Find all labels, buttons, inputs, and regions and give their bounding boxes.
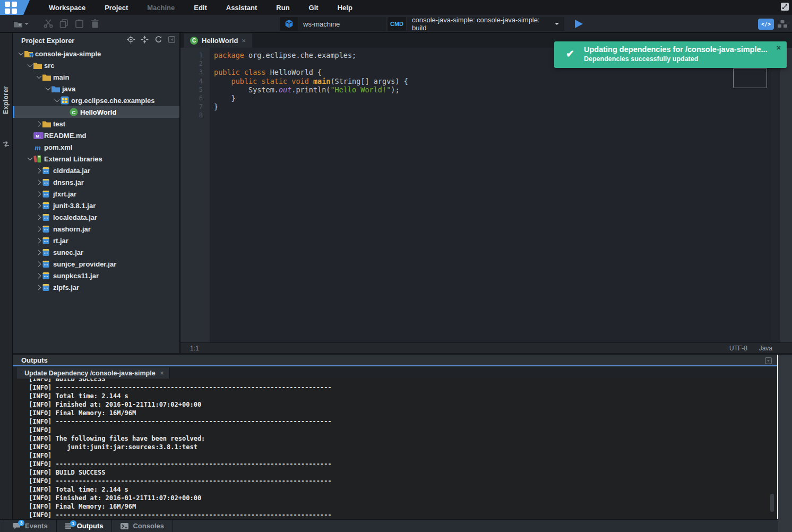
tree-item-external-libraries[interactable]: External Libraries (13, 153, 179, 165)
chevron-right-icon[interactable] (35, 178, 42, 186)
chevron-right-icon[interactable] (35, 248, 42, 256)
bottom-tab-events[interactable]: 3Events (4, 520, 57, 532)
command-selector[interactable]: console-java-simple: console-java-simple… (407, 17, 564, 31)
tree-item-sunjce-provider-jar[interactable]: sunjce_provider.jar (13, 258, 179, 270)
log-line: [INFO] Total time: 2.144 s (29, 392, 777, 400)
editor-scrollbar[interactable] (771, 48, 792, 342)
chevron-right-icon[interactable] (35, 120, 42, 127)
outputs-panel: Outputs Update Dependency /console-java-… (13, 355, 777, 519)
chevron-down-icon[interactable] (35, 73, 42, 81)
jar-icon (42, 237, 53, 245)
main-toolbar: ws-machine CMD console-java-simple: cons… (0, 15, 792, 33)
chevron-right-icon[interactable] (35, 284, 42, 291)
tree-item-zipfs-jar[interactable]: zipfs.jar (13, 281, 179, 293)
code-editor[interactable]: package org.eclipse.che.examples;public … (210, 48, 771, 342)
output-tab-update-dependency[interactable]: Update Dependency /console-java-simple × (17, 367, 170, 379)
libraries-icon (33, 155, 44, 163)
machines-perspective-icon[interactable] (777, 20, 788, 30)
menu-help[interactable]: Help (338, 4, 352, 12)
explorer-strip-tab[interactable]: Explorer (2, 86, 10, 114)
chevron-down-icon[interactable] (26, 155, 33, 162)
line-number: 5 (180, 85, 210, 94)
tree-item-java[interactable]: java (13, 83, 179, 95)
menu-run[interactable]: Run (276, 4, 289, 12)
tree-item-main[interactable]: main (13, 71, 179, 83)
tree-item-src[interactable]: src (13, 59, 179, 71)
chevron-right-icon[interactable] (35, 213, 42, 221)
chevron-right-icon[interactable] (35, 202, 42, 209)
jar-icon (42, 284, 53, 291)
toast-title: Updating dependencies for /console-java-… (584, 45, 768, 54)
chevron-right-icon[interactable] (35, 190, 42, 198)
new-item-button[interactable] (10, 18, 32, 30)
dock-icon[interactable] (3, 140, 10, 150)
chevron-down-icon[interactable] (44, 85, 51, 92)
menu-edit[interactable]: Edit (194, 4, 207, 12)
build-log[interactable]: [INFO] BUILD SUCCESS[INFO] -------------… (13, 379, 777, 519)
machine-icon[interactable] (280, 17, 298, 31)
menu-git[interactable]: Git (309, 4, 318, 12)
tree-item-test[interactable]: test (13, 118, 179, 130)
tree-item-sunec-jar[interactable]: sunec.jar (13, 246, 179, 258)
menu-bar: WorkspaceProjectMachineEditAssistantRunG… (0, 0, 792, 15)
machine-selector[interactable]: ws-machine (298, 17, 386, 31)
tree-item-jfxrt-jar[interactable]: jfxrt.jar (13, 188, 179, 200)
chevron-right-icon[interactable] (35, 260, 42, 268)
locate-file-icon[interactable] (127, 36, 135, 46)
minimize-panel-icon[interactable] (168, 36, 175, 45)
run-command-button[interactable] (575, 20, 583, 28)
tree-item-console-java-simple[interactable]: console-java-simple (13, 48, 179, 59)
tree-item-dnsns-jar[interactable]: dnsns.jar (13, 176, 179, 188)
close-toast-icon[interactable]: × (777, 44, 781, 52)
java-class-icon: C (190, 37, 198, 45)
chevron-down-icon[interactable] (26, 62, 33, 69)
delete-icon[interactable] (91, 19, 99, 30)
line-number: 8 (180, 111, 210, 119)
minimize-outputs-icon[interactable] (765, 357, 772, 366)
paste-icon[interactable] (75, 19, 83, 30)
tree-item-nashorn-jar[interactable]: nashorn.jar (13, 223, 179, 235)
close-output-tab-icon[interactable]: × (160, 370, 164, 377)
tree-item-label: nashorn.jar (53, 225, 91, 233)
line-number-gutter: 12345678 (180, 48, 210, 342)
che-logo-icon[interactable] (0, 0, 23, 15)
chevron-right-icon[interactable] (35, 225, 42, 233)
editor-tab-helloworld[interactable]: C HelloWorld × (184, 33, 252, 48)
menu-assistant[interactable]: Assistant (226, 4, 257, 12)
tree-item-label: junit-3.8.1.jar (53, 202, 96, 210)
svg-text:M↓: M↓ (36, 133, 41, 138)
chevron-right-icon[interactable] (35, 167, 42, 174)
chevron-right-icon[interactable] (35, 237, 42, 244)
tree-item-pom-xml[interactable]: mpom.xml (13, 141, 179, 153)
chevron-down-icon[interactable] (17, 50, 24, 57)
tree-item-label: README.md (44, 132, 86, 140)
tree-item-localedata-jar[interactable]: localedata.jar (13, 211, 179, 223)
tree-item-cldrdata-jar[interactable]: cldrdata.jar (13, 165, 179, 176)
tree-item-rt-jar[interactable]: rt.jar (13, 235, 179, 246)
command-name: console-java-simple: console-java-simple… (412, 16, 555, 32)
copy-icon[interactable] (59, 19, 68, 30)
chevron-right-icon[interactable] (35, 272, 42, 279)
tree-item-readme-md[interactable]: M↓README.md (13, 130, 179, 141)
chevron-down-icon[interactable] (53, 97, 61, 104)
tree-item-sunpkcs11-jar[interactable]: sunpkcs11.jar (13, 270, 179, 281)
tree-item-junit-3-8-1-jar[interactable]: junit-3.8.1.jar (13, 200, 179, 211)
menu-workspace[interactable]: Workspace (49, 4, 85, 12)
maximize-icon[interactable] (781, 3, 789, 13)
refresh-icon[interactable] (154, 36, 162, 46)
log-scrollbar-thumb[interactable] (770, 494, 774, 512)
toggle-editor-button[interactable]: </> (758, 19, 774, 30)
bottom-tab-consoles[interactable]: Consoles (112, 520, 173, 532)
line-number: 6 (180, 94, 210, 102)
bottom-tab-label: Events (25, 522, 48, 530)
collapse-all-icon[interactable] (141, 36, 149, 46)
tree-item-org-eclipse-che-examples[interactable]: org.eclipse.che.examples (13, 95, 179, 106)
tree-item-label: localedata.jar (53, 213, 97, 221)
close-tab-icon[interactable]: × (242, 37, 246, 45)
bottom-tab-outputs[interactable]: 1Outputs (57, 520, 113, 532)
tree-item-label: jfxrt.jar (53, 190, 76, 198)
cut-icon[interactable] (44, 19, 53, 30)
menu-project[interactable]: Project (105, 4, 128, 12)
tree-item-helloworld[interactable]: CHelloWorld (13, 106, 179, 118)
code-line: public static void main(String[] argvs) … (214, 77, 771, 85)
